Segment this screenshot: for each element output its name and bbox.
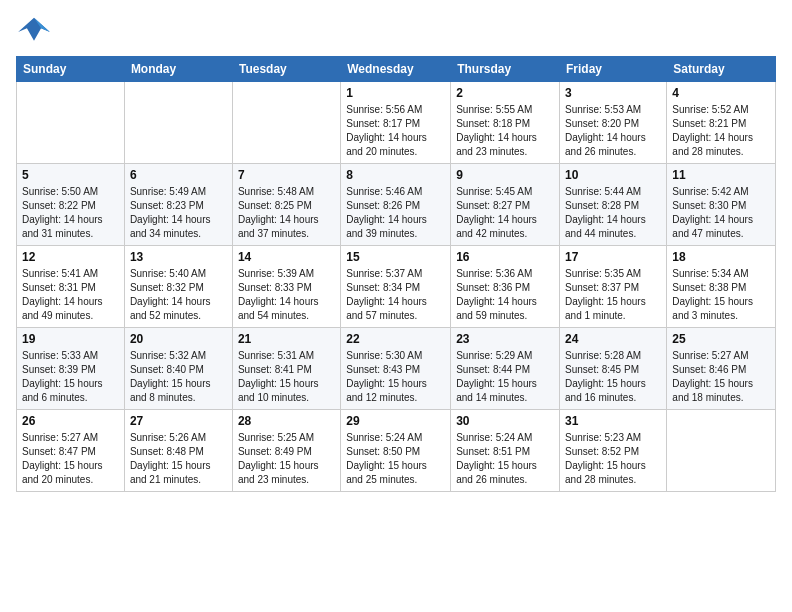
day-number: 14 — [238, 250, 335, 264]
day-cell — [667, 410, 776, 492]
day-info: Sunrise: 5:34 AM Sunset: 8:38 PM Dayligh… — [672, 267, 770, 323]
day-info: Sunrise: 5:40 AM Sunset: 8:32 PM Dayligh… — [130, 267, 227, 323]
day-cell: 6Sunrise: 5:49 AM Sunset: 8:23 PM Daylig… — [124, 164, 232, 246]
day-info: Sunrise: 5:27 AM Sunset: 8:46 PM Dayligh… — [672, 349, 770, 405]
day-cell: 30Sunrise: 5:24 AM Sunset: 8:51 PM Dayli… — [451, 410, 560, 492]
day-cell: 27Sunrise: 5:26 AM Sunset: 8:48 PM Dayli… — [124, 410, 232, 492]
day-cell: 8Sunrise: 5:46 AM Sunset: 8:26 PM Daylig… — [341, 164, 451, 246]
day-number: 2 — [456, 86, 554, 100]
weekday-header-tuesday: Tuesday — [232, 57, 340, 82]
day-cell: 12Sunrise: 5:41 AM Sunset: 8:31 PM Dayli… — [17, 246, 125, 328]
day-info: Sunrise: 5:27 AM Sunset: 8:47 PM Dayligh… — [22, 431, 119, 487]
logo — [16, 16, 56, 46]
day-cell: 16Sunrise: 5:36 AM Sunset: 8:36 PM Dayli… — [451, 246, 560, 328]
day-cell: 21Sunrise: 5:31 AM Sunset: 8:41 PM Dayli… — [232, 328, 340, 410]
day-info: Sunrise: 5:35 AM Sunset: 8:37 PM Dayligh… — [565, 267, 661, 323]
day-info: Sunrise: 5:23 AM Sunset: 8:52 PM Dayligh… — [565, 431, 661, 487]
weekday-header-saturday: Saturday — [667, 57, 776, 82]
day-info: Sunrise: 5:50 AM Sunset: 8:22 PM Dayligh… — [22, 185, 119, 241]
day-number: 10 — [565, 168, 661, 182]
day-number: 5 — [22, 168, 119, 182]
week-row-2: 5Sunrise: 5:50 AM Sunset: 8:22 PM Daylig… — [17, 164, 776, 246]
weekday-header-sunday: Sunday — [17, 57, 125, 82]
day-info: Sunrise: 5:36 AM Sunset: 8:36 PM Dayligh… — [456, 267, 554, 323]
day-cell: 7Sunrise: 5:48 AM Sunset: 8:25 PM Daylig… — [232, 164, 340, 246]
day-number: 23 — [456, 332, 554, 346]
day-cell: 1Sunrise: 5:56 AM Sunset: 8:17 PM Daylig… — [341, 82, 451, 164]
weekday-header-friday: Friday — [560, 57, 667, 82]
day-number: 16 — [456, 250, 554, 264]
day-number: 1 — [346, 86, 445, 100]
day-info: Sunrise: 5:55 AM Sunset: 8:18 PM Dayligh… — [456, 103, 554, 159]
day-cell: 24Sunrise: 5:28 AM Sunset: 8:45 PM Dayli… — [560, 328, 667, 410]
day-info: Sunrise: 5:29 AM Sunset: 8:44 PM Dayligh… — [456, 349, 554, 405]
day-info: Sunrise: 5:24 AM Sunset: 8:50 PM Dayligh… — [346, 431, 445, 487]
day-cell: 5Sunrise: 5:50 AM Sunset: 8:22 PM Daylig… — [17, 164, 125, 246]
day-cell: 19Sunrise: 5:33 AM Sunset: 8:39 PM Dayli… — [17, 328, 125, 410]
logo-icon — [16, 16, 52, 46]
day-info: Sunrise: 5:28 AM Sunset: 8:45 PM Dayligh… — [565, 349, 661, 405]
day-info: Sunrise: 5:48 AM Sunset: 8:25 PM Dayligh… — [238, 185, 335, 241]
day-cell: 28Sunrise: 5:25 AM Sunset: 8:49 PM Dayli… — [232, 410, 340, 492]
weekday-header-thursday: Thursday — [451, 57, 560, 82]
day-cell: 22Sunrise: 5:30 AM Sunset: 8:43 PM Dayli… — [341, 328, 451, 410]
day-info: Sunrise: 5:44 AM Sunset: 8:28 PM Dayligh… — [565, 185, 661, 241]
day-number: 29 — [346, 414, 445, 428]
day-number: 6 — [130, 168, 227, 182]
day-number: 19 — [22, 332, 119, 346]
day-info: Sunrise: 5:46 AM Sunset: 8:26 PM Dayligh… — [346, 185, 445, 241]
day-number: 20 — [130, 332, 227, 346]
day-cell: 4Sunrise: 5:52 AM Sunset: 8:21 PM Daylig… — [667, 82, 776, 164]
day-info: Sunrise: 5:56 AM Sunset: 8:17 PM Dayligh… — [346, 103, 445, 159]
day-cell: 2Sunrise: 5:55 AM Sunset: 8:18 PM Daylig… — [451, 82, 560, 164]
day-number: 31 — [565, 414, 661, 428]
day-number: 17 — [565, 250, 661, 264]
day-info: Sunrise: 5:42 AM Sunset: 8:30 PM Dayligh… — [672, 185, 770, 241]
day-number: 30 — [456, 414, 554, 428]
day-number: 27 — [130, 414, 227, 428]
calendar-table: SundayMondayTuesdayWednesdayThursdayFrid… — [16, 56, 776, 492]
day-cell: 31Sunrise: 5:23 AM Sunset: 8:52 PM Dayli… — [560, 410, 667, 492]
day-cell: 26Sunrise: 5:27 AM Sunset: 8:47 PM Dayli… — [17, 410, 125, 492]
day-cell: 18Sunrise: 5:34 AM Sunset: 8:38 PM Dayli… — [667, 246, 776, 328]
day-cell: 29Sunrise: 5:24 AM Sunset: 8:50 PM Dayli… — [341, 410, 451, 492]
day-cell: 20Sunrise: 5:32 AM Sunset: 8:40 PM Dayli… — [124, 328, 232, 410]
day-number: 9 — [456, 168, 554, 182]
weekday-header-row: SundayMondayTuesdayWednesdayThursdayFrid… — [17, 57, 776, 82]
day-cell: 9Sunrise: 5:45 AM Sunset: 8:27 PM Daylig… — [451, 164, 560, 246]
day-number: 25 — [672, 332, 770, 346]
day-cell: 3Sunrise: 5:53 AM Sunset: 8:20 PM Daylig… — [560, 82, 667, 164]
day-info: Sunrise: 5:32 AM Sunset: 8:40 PM Dayligh… — [130, 349, 227, 405]
day-info: Sunrise: 5:45 AM Sunset: 8:27 PM Dayligh… — [456, 185, 554, 241]
day-cell: 25Sunrise: 5:27 AM Sunset: 8:46 PM Dayli… — [667, 328, 776, 410]
day-number: 21 — [238, 332, 335, 346]
day-number: 26 — [22, 414, 119, 428]
day-info: Sunrise: 5:26 AM Sunset: 8:48 PM Dayligh… — [130, 431, 227, 487]
day-number: 12 — [22, 250, 119, 264]
page-header — [16, 16, 776, 46]
day-number: 15 — [346, 250, 445, 264]
day-info: Sunrise: 5:37 AM Sunset: 8:34 PM Dayligh… — [346, 267, 445, 323]
day-cell: 15Sunrise: 5:37 AM Sunset: 8:34 PM Dayli… — [341, 246, 451, 328]
day-cell: 23Sunrise: 5:29 AM Sunset: 8:44 PM Dayli… — [451, 328, 560, 410]
day-cell: 13Sunrise: 5:40 AM Sunset: 8:32 PM Dayli… — [124, 246, 232, 328]
day-number: 22 — [346, 332, 445, 346]
weekday-header-wednesday: Wednesday — [341, 57, 451, 82]
day-number: 4 — [672, 86, 770, 100]
week-row-1: 1Sunrise: 5:56 AM Sunset: 8:17 PM Daylig… — [17, 82, 776, 164]
day-number: 11 — [672, 168, 770, 182]
day-info: Sunrise: 5:31 AM Sunset: 8:41 PM Dayligh… — [238, 349, 335, 405]
day-info: Sunrise: 5:52 AM Sunset: 8:21 PM Dayligh… — [672, 103, 770, 159]
day-cell — [232, 82, 340, 164]
day-info: Sunrise: 5:41 AM Sunset: 8:31 PM Dayligh… — [22, 267, 119, 323]
day-info: Sunrise: 5:24 AM Sunset: 8:51 PM Dayligh… — [456, 431, 554, 487]
day-number: 28 — [238, 414, 335, 428]
day-cell: 17Sunrise: 5:35 AM Sunset: 8:37 PM Dayli… — [560, 246, 667, 328]
week-row-5: 26Sunrise: 5:27 AM Sunset: 8:47 PM Dayli… — [17, 410, 776, 492]
day-cell — [17, 82, 125, 164]
day-number: 13 — [130, 250, 227, 264]
day-info: Sunrise: 5:30 AM Sunset: 8:43 PM Dayligh… — [346, 349, 445, 405]
day-cell: 11Sunrise: 5:42 AM Sunset: 8:30 PM Dayli… — [667, 164, 776, 246]
week-row-4: 19Sunrise: 5:33 AM Sunset: 8:39 PM Dayli… — [17, 328, 776, 410]
weekday-header-monday: Monday — [124, 57, 232, 82]
